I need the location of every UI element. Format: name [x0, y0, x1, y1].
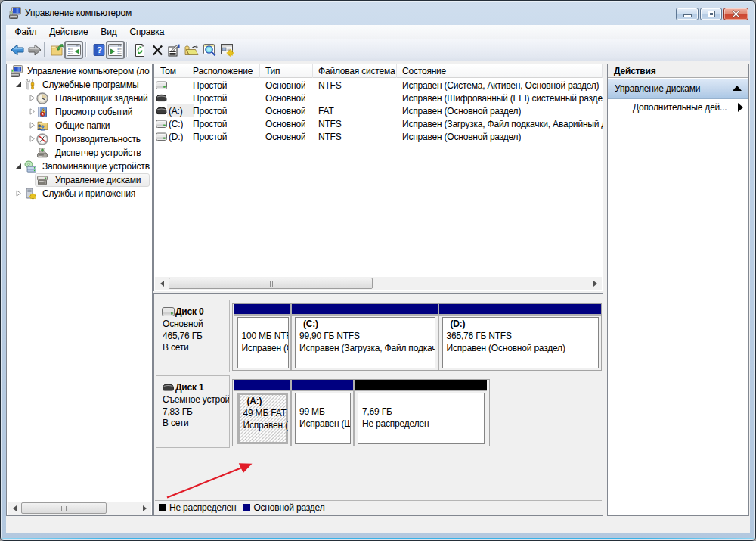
tree-horizontal-scrollbar[interactable]	[8, 502, 151, 515]
volume-cell-layout: Простой	[193, 106, 227, 117]
menu-file[interactable]: Файл	[8, 25, 43, 39]
volume-row-(A:)[interactable]: (A:)ПростойОсновнойFATИсправен (Основной…	[154, 104, 603, 117]
column-header-1[interactable]: Расположение	[187, 64, 260, 78]
partition-box: 7,69 ГБНе распределен	[358, 393, 485, 444]
partition-label: (A:)	[247, 396, 287, 408]
tree-expander-collapsed-icon[interactable]	[29, 122, 36, 129]
disk-name: Диск 1	[175, 382, 203, 393]
window-title: Управление компьютером	[25, 8, 132, 18]
tree-expander-collapsed-icon[interactable]	[29, 108, 36, 115]
partition-7,69 ГБ[interactable]: 7,69 ГБНе распределен	[355, 380, 487, 446]
disk-name: Диск 0	[175, 306, 203, 317]
minimize-icon	[683, 14, 692, 17]
column-header-0[interactable]: Том	[154, 64, 187, 78]
partition-(A:)[interactable]: (A:)49 МБ FATИсправен (Активен, Основной…	[234, 380, 291, 446]
partition-box: 100 МБ NTFSИсправен (Система, Активен, О…	[237, 317, 289, 368]
close-icon	[724, 8, 748, 20]
toolbar-button-open-folder[interactable]	[183, 42, 200, 58]
tree-item-task-scheduler[interactable]: Планировщик заданий	[7, 92, 150, 105]
scroll-thumb[interactable]	[21, 502, 107, 514]
disk-partitions-region: 100 МБ NTFSИсправен (Система, Активен, О…	[232, 303, 602, 371]
toolbar-button-forward-arrow[interactable]	[26, 42, 43, 58]
collapse-arrow-icon[interactable]	[733, 86, 742, 91]
tree-item-disk-management[interactable]: Управление дисками	[7, 173, 150, 187]
toolbar-button-export-list[interactable]	[49, 42, 66, 58]
device-manager-icon	[36, 147, 48, 159]
computer-management-window: Управление компьютером ФайлДействиеВидСп…	[0, 0, 756, 541]
toolbar-button-refresh[interactable]	[132, 42, 148, 58]
tree-item-performance[interactable]: Производительность	[7, 132, 150, 146]
legend: Не распределенОсновной раздел	[155, 500, 602, 515]
volume-row-(D:)[interactable]: (D:)ПростойОсновнойNTFSИсправен (Основно…	[154, 130, 603, 143]
disk-label-1[interactable]: Диск 1Съемное устройство7,83 ГБВ сети	[156, 375, 230, 448]
tree-item-system-tools[interactable]: Служебные программы	[7, 78, 150, 92]
volume-cell-status: Исправен (Основной раздел)	[402, 106, 521, 117]
scroll-right-button[interactable]	[589, 277, 602, 290]
legend-label: Основной раздел	[253, 502, 324, 513]
toolbar-button-show-action-pane[interactable]	[106, 41, 125, 59]
back-arrow-icon	[10, 43, 25, 57]
partition-line2: 99 МБ	[299, 406, 350, 418]
tree-item-label: Службы и приложения	[42, 188, 135, 199]
volume-row-unnamed-0[interactable]: ПростойОсновнойNTFSИсправен (Система, Ак…	[154, 79, 603, 92]
tree-expander-collapsed-icon[interactable]	[29, 135, 36, 142]
export-list-icon	[51, 44, 64, 57]
forward-arrow-icon	[27, 43, 42, 57]
column-header-4[interactable]: Состояние	[397, 64, 603, 78]
minimize-button[interactable]	[676, 8, 699, 20]
maximize-button[interactable]	[700, 8, 722, 20]
tree-expander-expanded-icon[interactable]	[15, 81, 22, 88]
partition-(D:)[interactable]: (D:)365,76 ГБ NTFSИсправен (Основной раз…	[439, 304, 601, 370]
menu-view[interactable]: Вид	[94, 25, 123, 39]
partition-line2: 100 МБ NTFS	[242, 331, 288, 343]
toolbar-separator	[85, 42, 86, 57]
tree-item-device-manager[interactable]: Диспетчер устройств	[7, 146, 150, 160]
scroll-right-button[interactable]	[138, 502, 151, 515]
toolbar-button-back-arrow[interactable]	[9, 42, 26, 58]
show-action-pane-icon	[108, 44, 122, 56]
toolbar-button-delete[interactable]	[149, 42, 166, 58]
tree-item-label: Диспетчер устройств	[55, 148, 141, 158]
tree-item-services-applications[interactable]: Службы и приложения	[7, 187, 150, 201]
volume-list-horizontal-scrollbar[interactable]	[155, 277, 602, 290]
toolbar-button-help[interactable]: ?	[91, 42, 107, 58]
toolbar-button-find[interactable]	[201, 42, 218, 58]
scroll-left-button[interactable]	[8, 502, 20, 515]
toolbar-button-window-options[interactable]	[219, 42, 236, 58]
disk-info-line: 465,76 ГБ	[163, 331, 203, 341]
partition-100 МБ NTFS[interactable]: 100 МБ NTFSИсправен (Система, Активен, О…	[234, 304, 291, 370]
tree-item-computer-management[interactable]: Управление компьютером (локальным)	[7, 64, 150, 78]
disk-label-0[interactable]: Диск 0Основной465,76 ГБВ сети	[156, 300, 230, 372]
volume-row-unnamed-1[interactable]: ПростойОсновнойИсправен (Шифрованный (EF…	[154, 92, 603, 104]
disk-info-line: В сети	[163, 342, 189, 353]
shared-folders-icon	[36, 120, 48, 132]
close-button[interactable]	[723, 8, 748, 20]
toolbar-button-show-console-tree[interactable]	[64, 41, 83, 59]
volume-icon	[156, 107, 167, 115]
actions-group-disk-management[interactable]: Управление дисками	[608, 79, 748, 99]
volume-cell-status: Исправен (Загрузка, Файл подкачки, Авари…	[402, 119, 603, 129]
tree-item-storage[interactable]: Запоминающие устройства	[7, 160, 150, 173]
column-header-3[interactable]: Файловая система	[313, 64, 397, 78]
column-header-2[interactable]: Тип	[260, 64, 313, 78]
tree-item-event-viewer[interactable]: Просмотр событий	[7, 105, 150, 119]
partition-(C:)[interactable]: (C:)99,90 ГБ NTFSИсправен (Загрузка, Фай…	[292, 304, 438, 370]
scroll-left-button[interactable]	[155, 277, 168, 290]
partition-line3: Исправен (Шифрованный (EFI) системный ра…	[299, 418, 350, 431]
menu-help[interactable]: Справка	[123, 25, 171, 39]
partition-box: (A:)49 МБ FATИсправен (Активен, Основной…	[237, 393, 289, 444]
menu-action[interactable]: Действие	[43, 25, 94, 39]
volume-row-(C:)[interactable]: (C:)ПростойОсновнойNTFSИсправен (Загрузк…	[154, 117, 603, 130]
scroll-thumb[interactable]	[169, 278, 373, 289]
toolbar-button-properties[interactable]	[166, 42, 182, 58]
tree-expander-collapsed-icon[interactable]	[29, 95, 36, 101]
tree-item-shared-folders[interactable]: Общие папки	[7, 119, 150, 132]
tree-item-label: Управление компьютером (локальным)	[27, 66, 150, 76]
volume-icon	[156, 120, 167, 128]
actions-more-actions[interactable]: Дополнительные дей...	[608, 99, 748, 115]
title-bar[interactable]: Управление компьютером	[0, 0, 756, 25]
partition-99 МБ[interactable]: 99 МБИсправен (Шифрованный (EFI) системн…	[292, 380, 353, 446]
tree-expander-collapsed-icon[interactable]	[15, 190, 22, 197]
help-icon: ?	[93, 44, 105, 56]
tree-expander-expanded-icon[interactable]	[15, 163, 22, 169]
